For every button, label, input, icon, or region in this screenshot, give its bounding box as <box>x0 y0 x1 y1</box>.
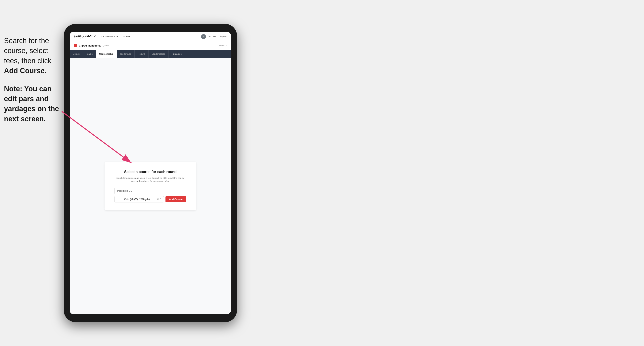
user-avatar: T <box>201 34 206 39</box>
tee-select-wrapper[interactable]: Gold (M) (M) (7010 yds) ✕ ⌃ <box>114 196 164 202</box>
annotation-note: Note: You can edit pars and yardages on … <box>4 84 60 124</box>
main-content: Select a course for each round Search fo… <box>70 58 231 314</box>
course-card: Select a course for each round Search fo… <box>104 162 196 210</box>
tournament-meta: (Men) <box>103 44 109 47</box>
tablet-screen: SCOREBOARD Powered by clippd TOURNAMENTS… <box>70 32 231 314</box>
tab-printables[interactable]: Printables <box>169 50 185 58</box>
tee-select-text: Gold (M) (M) (7010 yds) <box>117 198 157 201</box>
course-card-desc: Search for a course and select a tee. Yo… <box>114 176 186 183</box>
course-card-title: Select a course for each round <box>114 170 186 174</box>
tab-details[interactable]: Details <box>70 50 83 58</box>
annotation-bold: Add Course <box>4 67 44 75</box>
tab-teams[interactable]: Teams <box>83 50 96 58</box>
signout-link[interactable]: Sign out <box>220 35 227 38</box>
tab-results[interactable]: Results <box>134 50 148 58</box>
nav-tournaments[interactable]: TOURNAMENTS <box>100 35 118 38</box>
logo-sub: Powered by clippd <box>74 37 96 39</box>
cancel-button[interactable]: Cancel ✕ <box>218 44 227 47</box>
tee-select-row: Gold (M) (M) (7010 yds) ✕ ⌃ Add Course <box>114 196 186 202</box>
navbar-left: SCOREBOARD Powered by clippd TOURNAMENTS… <box>74 34 131 39</box>
course-search-input[interactable] <box>114 188 186 194</box>
logo-text: SCOREBOARD <box>74 34 96 37</box>
nav-teams[interactable]: TEAMS <box>122 35 130 38</box>
tournament-header: C Clippd Invitational (Men) Cancel ✕ <box>70 41 231 50</box>
tournament-name: Clippd Invitational <box>79 44 101 47</box>
tournament-icon: C <box>74 44 77 47</box>
add-course-button[interactable]: Add Course <box>166 196 186 202</box>
tee-clear-icon[interactable]: ✕ <box>157 198 159 201</box>
user-label: Test User <box>208 35 216 38</box>
annotation-line1: Search for the course, select tees, then… <box>4 37 52 65</box>
navbar: SCOREBOARD Powered by clippd TOURNAMENTS… <box>70 32 231 41</box>
navbar-right: T Test User | Sign out <box>201 34 227 39</box>
tournament-title: C Clippd Invitational (Men) <box>74 44 108 47</box>
tee-chevron-icon[interactable]: ⌃ <box>160 198 161 200</box>
nav-links: TOURNAMENTS TEAMS <box>100 35 131 38</box>
annotation-text: Search for the course, select tees, then… <box>4 36 60 132</box>
tab-tee-groups[interactable]: Tee Groups <box>117 50 135 58</box>
tab-leaderboards[interactable]: Leaderboards <box>148 50 169 58</box>
tab-course-setup[interactable]: Course Setup <box>96 50 117 58</box>
tablet-device: SCOREBOARD Powered by clippd TOURNAMENTS… <box>64 24 237 322</box>
sub-nav: Details Teams Course Setup Tee Groups Re… <box>70 50 231 58</box>
tee-select-controls: ✕ ⌃ <box>157 198 161 201</box>
logo: SCOREBOARD Powered by clippd <box>74 34 96 39</box>
annotation-period: . <box>44 67 46 75</box>
